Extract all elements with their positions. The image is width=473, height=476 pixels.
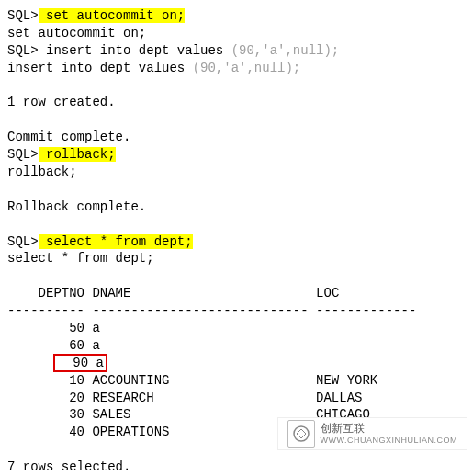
cell-deptno: 20 [7, 391, 92, 405]
col-deptno: DEPTNO [7, 286, 84, 300]
watermark-url: WWW.CHUANGXINHULIAN.COM [321, 436, 458, 446]
cell-deptno: 60 [7, 338, 92, 353]
watermark-logo-icon [287, 420, 315, 448]
echo-autocommit: set autocommit on; [7, 25, 466, 42]
table-row: 50 a [7, 320, 466, 337]
prompt-and-cmd: SQL> insert into dept values [7, 43, 231, 58]
sql-line-rollback: SQL> rollback; [7, 146, 466, 164]
prompt: SQL> [7, 234, 39, 249]
gray-args: (90,'a',null); [231, 43, 340, 58]
table-divider: ---------- ---------------------------- … [7, 302, 466, 320]
watermark-zh: 创新互联 [321, 422, 458, 435]
msg-rollback: Rollback complete. [7, 198, 466, 216]
cell-dname: a [92, 338, 99, 353]
dash: ------------- [316, 303, 416, 318]
cell-loc: NEW YORK [316, 373, 377, 388]
dash: ---------------------------- [92, 303, 316, 318]
echo-rollback: rollback; [7, 164, 466, 181]
highlighted-command: rollback; [39, 147, 116, 162]
echo-insert: insert into dept values (90,'a',null); [7, 60, 466, 77]
cell-dname: a [92, 321, 99, 335]
red-box: 90 a [53, 354, 107, 372]
table-row: 60 a [7, 337, 466, 355]
prompt: SQL> [7, 147, 39, 162]
table-row: 20 RESEARCH DALLAS [7, 390, 466, 407]
gray-args: (90,'a',null); [193, 61, 301, 75]
prompt: SQL> [7, 8, 39, 23]
cell-dname: RESEARCH [92, 391, 316, 405]
echo-select: select * from dept; [7, 250, 466, 267]
msg-row-created: 1 row created. [7, 94, 466, 111]
highlighted-command: select * from dept; [39, 234, 193, 249]
col-loc: LOC [316, 286, 339, 300]
cell-dname: a [96, 356, 103, 370]
dash: ---------- [7, 303, 92, 318]
msg-commit: Commit complete. [7, 129, 466, 146]
sql-line-autocommit: SQL> set autocommit on; [7, 7, 466, 25]
cell-loc: DALLAS [316, 391, 362, 405]
msg-rows-selected: 7 rows selected. [7, 459, 466, 476]
table-header: DEPTNO DNAME LOC [7, 285, 466, 302]
cell-deptno: 40 [7, 425, 92, 439]
col-dname: DNAME [84, 286, 130, 300]
echo-text: insert into dept values [7, 61, 193, 75]
table-row: 10 ACCOUNTING NEW YORK [7, 372, 466, 390]
cell-deptno: 50 [7, 321, 92, 335]
cell-deptno: 10 [7, 373, 92, 388]
watermark: 创新互联 WWW.CHUANGXINHULIAN.COM [277, 417, 468, 450]
cell-deptno: 30 [7, 407, 92, 422]
cell-dname: ACCOUNTING [92, 373, 316, 388]
highlighted-command: set autocommit on; [39, 8, 186, 23]
sql-line-insert: SQL> insert into dept values (90,'a',nul… [7, 42, 466, 60]
sql-line-select: SQL> select * from dept; [7, 233, 466, 251]
table-row-highlighted: 90 a [7, 355, 466, 372]
